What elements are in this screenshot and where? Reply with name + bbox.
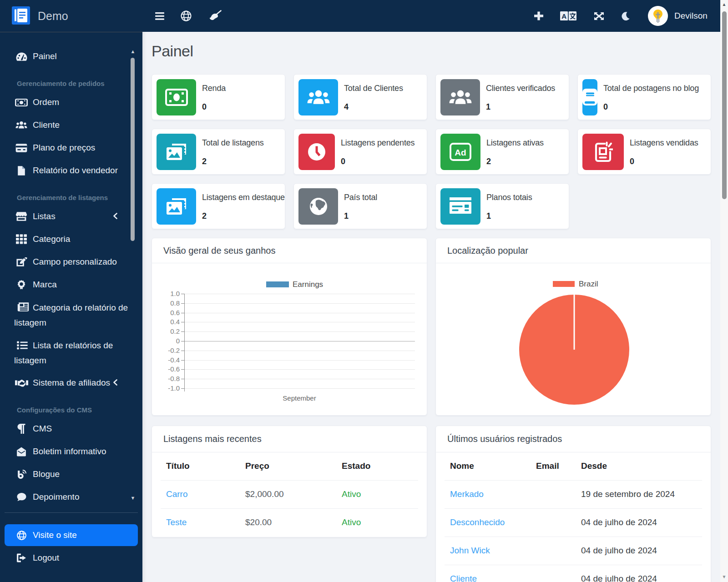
svg-text:-0.2: -0.2 (168, 346, 180, 354)
svg-text:0.6: 0.6 (170, 309, 180, 316)
svg-text:-0.6: -0.6 (168, 365, 180, 373)
svg-text:0: 0 (176, 337, 180, 345)
svg-text:Ad: Ad (455, 148, 466, 157)
svg-text:Brazil: Brazil (579, 280, 598, 288)
svg-text:Earnings: Earnings (293, 280, 323, 289)
svg-text:0.4: 0.4 (170, 318, 180, 326)
svg-text:September: September (283, 394, 316, 402)
svg-text:1.0: 1.0 (170, 290, 180, 297)
svg-text:-0.4: -0.4 (168, 356, 180, 364)
svg-text:A: A (561, 12, 566, 20)
svg-text:-0.8: -0.8 (168, 375, 180, 382)
svg-text:0.2: 0.2 (170, 327, 180, 335)
svg-text:-1.0: -1.0 (168, 384, 180, 392)
svg-text:0.8: 0.8 (170, 299, 180, 307)
